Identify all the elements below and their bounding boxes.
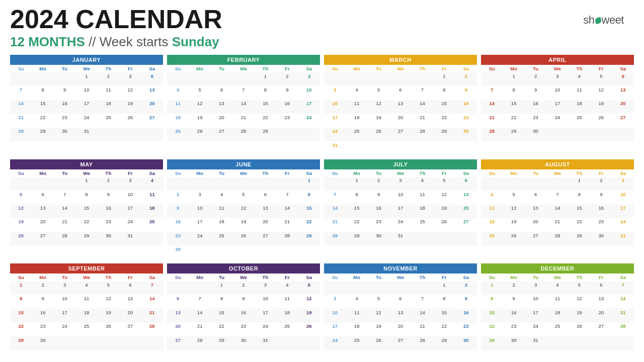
- day-cell: [32, 177, 53, 191]
- day-label-fr: Fr: [276, 65, 298, 72]
- month-april: APRILSuMoTuWeThFrSa 12345678910111213141…: [481, 55, 634, 155]
- day-cell: [546, 128, 568, 141]
- day-cell: 20: [389, 323, 411, 336]
- day-cell: 14: [412, 309, 433, 322]
- day-cell: [54, 177, 75, 191]
- day-cell: [433, 350, 455, 362]
- day-cell: 29: [346, 232, 367, 245]
- day-cell: 27: [590, 323, 612, 336]
- day-label-mo: Mo: [503, 65, 524, 72]
- day-cell: 4: [346, 86, 367, 100]
- day-cell: 5: [10, 191, 32, 204]
- days-grid: 1234567891011121314151617181920212223242…: [324, 72, 477, 155]
- day-cell: 8: [569, 191, 590, 204]
- page-title: 2024 CALENDAR: [10, 6, 634, 32]
- day-cell: [119, 350, 141, 362]
- day-cell: [10, 72, 32, 86]
- day-cell: 2: [98, 177, 119, 191]
- subtitle: 12 MONTHS // Week starts Sunday: [10, 34, 634, 50]
- day-cell: 1: [569, 177, 590, 191]
- day-cell: [98, 141, 119, 155]
- day-cell: 17: [75, 100, 97, 114]
- day-cell: 30: [54, 128, 75, 141]
- day-label-fr: Fr: [433, 65, 455, 72]
- day-cell: 2: [368, 177, 389, 191]
- day-cell: 1: [211, 281, 232, 295]
- day-cell: 22: [503, 114, 524, 127]
- day-cell: [612, 350, 634, 362]
- day-cell: [119, 336, 141, 350]
- day-label-sa: Sa: [612, 274, 634, 281]
- day-cell: 21: [276, 218, 298, 232]
- day-cell: [389, 72, 411, 86]
- day-cell: 31: [75, 128, 97, 141]
- day-cell: 18: [211, 218, 232, 232]
- day-cell: 8: [211, 295, 232, 309]
- day-cell: 25: [276, 323, 298, 336]
- day-cell: 21: [141, 309, 163, 322]
- day-cell: 4: [211, 191, 232, 204]
- day-cell: 6: [32, 191, 53, 204]
- day-cell: 30: [455, 128, 477, 141]
- month-may: MAYSuMoTuWeThFrSa 1234567891011121314151…: [10, 159, 163, 260]
- day-cell: 21: [324, 218, 346, 232]
- day-label-th: Th: [569, 169, 590, 177]
- day-cell: 18: [481, 218, 503, 232]
- day-cell: 21: [412, 114, 433, 127]
- day-cell: 21: [481, 114, 503, 127]
- day-cell: [189, 281, 210, 295]
- day-cell: 6: [389, 86, 411, 100]
- day-cell: 24: [75, 114, 97, 127]
- day-cell: 7: [54, 191, 75, 204]
- day-label-tu: Tu: [525, 274, 546, 281]
- day-cell: [276, 246, 298, 259]
- day-label-we: We: [232, 169, 254, 177]
- day-headers: SuMoTuWeThFrSa: [324, 274, 477, 281]
- day-label-mo: Mo: [346, 65, 367, 72]
- day-cell: 19: [189, 114, 210, 127]
- day-cell: 16: [368, 205, 389, 218]
- day-cell: 15: [433, 309, 455, 322]
- day-cell: 5: [368, 86, 389, 100]
- subtitle-separator: // Week starts: [89, 34, 172, 49]
- day-cell: 2: [503, 281, 524, 295]
- day-cell: [346, 72, 367, 86]
- day-cell: 23: [32, 323, 53, 336]
- day-label-sa: Sa: [455, 65, 477, 72]
- day-cell: 30: [503, 336, 524, 350]
- day-cell: [119, 141, 141, 155]
- day-cell: 13: [389, 309, 411, 322]
- day-cell: 4: [75, 281, 97, 295]
- day-cell: 23: [276, 114, 298, 127]
- day-cell: 10: [525, 295, 546, 309]
- day-cell: [324, 72, 346, 86]
- day-cell: 15: [211, 309, 232, 322]
- day-cell: 8: [255, 86, 276, 100]
- days-grid: 1234567891011121314151617181920212223242…: [10, 281, 163, 362]
- day-cell: [54, 72, 75, 86]
- day-cell: 26: [119, 114, 141, 127]
- day-cell: 22: [569, 218, 590, 232]
- day-cell: [433, 246, 455, 259]
- day-cell: [368, 246, 389, 259]
- day-cell: 12: [189, 100, 210, 114]
- day-cell: 26: [98, 323, 119, 336]
- day-label-tu: Tu: [368, 65, 389, 72]
- day-cell: [189, 350, 210, 362]
- day-cell: [141, 128, 163, 141]
- day-cell: 13: [167, 309, 189, 322]
- day-cell: 23: [368, 218, 389, 232]
- day-cell: 22: [298, 218, 320, 232]
- day-label-mo: Mo: [346, 274, 367, 281]
- day-cell: [546, 141, 568, 155]
- day-label-fr: Fr: [276, 274, 298, 281]
- day-cell: 28: [189, 336, 210, 350]
- day-cell: [346, 141, 367, 155]
- day-cell: [298, 246, 320, 259]
- day-cell: [167, 350, 189, 362]
- day-label-tu: Tu: [54, 65, 75, 72]
- day-cell: 16: [590, 205, 612, 218]
- day-cell: [189, 72, 210, 86]
- day-cell: 19: [590, 100, 612, 114]
- day-headers: SuMoTuWeThFrSa: [10, 274, 163, 281]
